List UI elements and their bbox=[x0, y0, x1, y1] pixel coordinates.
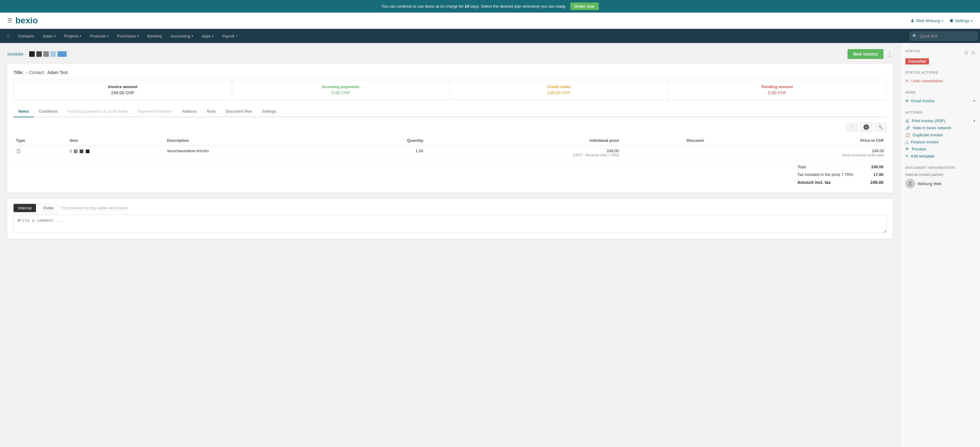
preview-link[interactable]: 👁 Preview bbox=[905, 146, 975, 152]
undo-cancellation-link[interactable]: ✕ Undo cancellation bbox=[905, 78, 975, 84]
tab-texts[interactable]: Texts bbox=[202, 106, 221, 117]
swatch-black[interactable] bbox=[29, 51, 35, 57]
content-area: Invoices › New invoice ⋮ Title: - C bbox=[0, 43, 980, 447]
circle-status-button[interactable]: ⊙ bbox=[971, 50, 975, 55]
new-invoice-button[interactable]: New invoice bbox=[848, 49, 883, 59]
invoice-amount-label: Invoice amount bbox=[19, 84, 227, 89]
color-swatches bbox=[29, 51, 67, 57]
user-menu[interactable]: Web Wirkung ▾ bbox=[910, 18, 943, 23]
badge-toolbar-button[interactable]: 0 bbox=[860, 122, 872, 132]
contact-label: - Contact: bbox=[26, 70, 45, 75]
email-invoice-link[interactable]: ✉ Email invoice ▾ bbox=[905, 97, 975, 105]
row-price-chf: 249.00 Gross proceeds credit sales bbox=[706, 146, 886, 160]
row-type: 📋 bbox=[14, 146, 67, 160]
totals-section: Total 249.00 Tax included in the price 7… bbox=[14, 163, 886, 187]
edit-template-link[interactable]: ✎ Edit template bbox=[905, 152, 975, 160]
col-price-chf: Price in CHF bbox=[706, 136, 886, 146]
nav-payroll[interactable]: Payroll ↗ bbox=[218, 30, 242, 43]
contact-name: Wirkung Web bbox=[918, 181, 942, 186]
copy-toolbar-button[interactable]: 📄 bbox=[846, 123, 858, 132]
nav-contacts[interactable]: Contacts bbox=[14, 30, 38, 43]
actions-title: ACTIONS bbox=[905, 111, 975, 114]
swatch-gray[interactable] bbox=[43, 51, 49, 57]
summary-row: Invoice amount 249.00 CHF Incoming payme… bbox=[14, 80, 886, 100]
tab-conditions[interactable]: Conditions bbox=[34, 106, 62, 117]
status-icons: 🖨 ⊙ bbox=[964, 50, 975, 55]
comment-hint: This comment is only visible within bexi… bbox=[61, 206, 129, 210]
table-toolbar: 📄 0 🔧 bbox=[14, 122, 886, 132]
nav-purchases[interactable]: Purchases ▾ bbox=[113, 30, 143, 43]
gear-icon bbox=[949, 18, 954, 23]
top-banner: You can continue to use bexio at no char… bbox=[0, 0, 980, 13]
item-type-icon: 📋 bbox=[16, 149, 21, 153]
nav-products[interactable]: Products ▾ bbox=[86, 30, 113, 43]
svg-point-1 bbox=[909, 181, 912, 184]
amount-incl-value: 249.00 bbox=[865, 179, 886, 186]
svg-point-0 bbox=[912, 19, 913, 21]
contact-value: Adam Test bbox=[47, 70, 68, 75]
doc-info-title: DOCUMENT INFORMATION bbox=[905, 166, 975, 170]
swatch-blue[interactable] bbox=[57, 51, 67, 57]
send-title: SEND bbox=[905, 90, 975, 94]
internal-tab[interactable]: Internal bbox=[14, 204, 36, 212]
actions-section: ACTIONS 🖨 Print invoice (PDF) ▾ 🔗 View i… bbox=[905, 111, 975, 160]
totals-row-tax: Tax included in the price 7.70%: 17.80 bbox=[795, 171, 886, 178]
public-tab[interactable]: Public bbox=[38, 204, 59, 212]
swatch-lightblue[interactable] bbox=[51, 51, 56, 57]
tab-settings[interactable]: Settings bbox=[257, 106, 281, 117]
nav-apps[interactable]: Apps ▾ bbox=[197, 30, 218, 43]
search-input[interactable] bbox=[910, 32, 978, 41]
invoice-amount-box: Invoice amount 249.00 CHF bbox=[14, 80, 232, 100]
duplicate-invoice-link[interactable]: 📋 Duplicate invoice bbox=[905, 132, 975, 138]
invoice-amount-value: 249.00 CHF bbox=[19, 90, 227, 95]
breadcrumb-right: New invoice ⋮ bbox=[848, 49, 893, 59]
totals-row-amount-incl: Amount incl. tax 249.00 bbox=[795, 179, 886, 186]
nav-home[interactable]: ⌂ bbox=[2, 29, 14, 43]
nav-projects[interactable]: Projects ▾ bbox=[60, 30, 86, 43]
col-item: Item bbox=[67, 136, 164, 146]
logo-area: ☰ bexio bbox=[7, 16, 38, 25]
tab-incoming-payments: Incoming payments & credit notes bbox=[62, 106, 132, 117]
sales-chevron-icon: ▾ bbox=[54, 34, 56, 38]
external-icon: ↗ bbox=[235, 34, 238, 38]
color-dot-1 bbox=[74, 149, 78, 153]
print-invoice-link[interactable]: 🖨 Print invoice (PDF) ▾ bbox=[905, 117, 975, 124]
projects-chevron-icon: ▾ bbox=[80, 34, 81, 38]
settings-menu[interactable]: Settings ▾ bbox=[949, 18, 973, 23]
menu-icon[interactable]: ☰ bbox=[7, 17, 12, 24]
nav-banking[interactable]: Banking bbox=[143, 30, 166, 43]
breadcrumb-separator: › bbox=[25, 52, 27, 56]
comment-input[interactable] bbox=[14, 215, 886, 233]
tax-label: Tax included in the price 7.70%: bbox=[795, 171, 865, 178]
network-icon: 🔗 bbox=[905, 125, 910, 130]
more-options-button[interactable]: ⋮ bbox=[886, 50, 893, 58]
header-right: Web Wirkung ▾ Settings ▾ bbox=[910, 18, 973, 23]
tab-address[interactable]: Address bbox=[177, 106, 202, 117]
settings-toolbar-button[interactable]: 🔧 bbox=[875, 123, 886, 132]
order-now-button[interactable]: Order now bbox=[570, 2, 599, 10]
breadcrumb-invoices[interactable]: Invoices bbox=[7, 52, 23, 57]
tax-value: 17.80 bbox=[865, 171, 886, 178]
banner-text: You can continue to use bexio at no char… bbox=[381, 4, 566, 9]
internal-contact-label: Internal contact partner: bbox=[905, 173, 975, 177]
edit-icon: ✎ bbox=[905, 154, 909, 159]
invoice-tabs: Items Conditions Incoming payments & cre… bbox=[14, 106, 886, 117]
search-icon: 🔍 bbox=[912, 34, 917, 38]
products-chevron-icon: ▾ bbox=[107, 34, 108, 38]
view-bexio-network-link[interactable]: 🔗 View in bexio network bbox=[905, 124, 975, 132]
nav-accounting[interactable]: Accounting ▾ bbox=[166, 30, 197, 43]
tab-document-flow[interactable]: Document flow bbox=[221, 106, 257, 117]
credit-notes-box: Credit notes 249.00 CHF bbox=[450, 80, 668, 100]
nav-sales[interactable]: Sales ▾ bbox=[38, 30, 60, 43]
status-actions-section: STATUS ACTIONS ✕ Undo cancellation bbox=[905, 71, 975, 84]
total-label: Total bbox=[795, 163, 865, 170]
row-discount bbox=[621, 146, 706, 160]
total-value: 249.00 bbox=[865, 163, 886, 170]
print-status-button[interactable]: 🖨 bbox=[964, 50, 969, 55]
swatch-dark[interactable] bbox=[36, 51, 42, 57]
incoming-payments-label: Incoming payments bbox=[237, 84, 445, 89]
finance-invoice-link[interactable]: △ Finance invoice bbox=[905, 138, 975, 146]
tab-payment-reminders: Payment reminders bbox=[132, 106, 177, 117]
tab-items[interactable]: Items bbox=[14, 106, 34, 117]
col-individual-price: Individual price bbox=[426, 136, 621, 146]
